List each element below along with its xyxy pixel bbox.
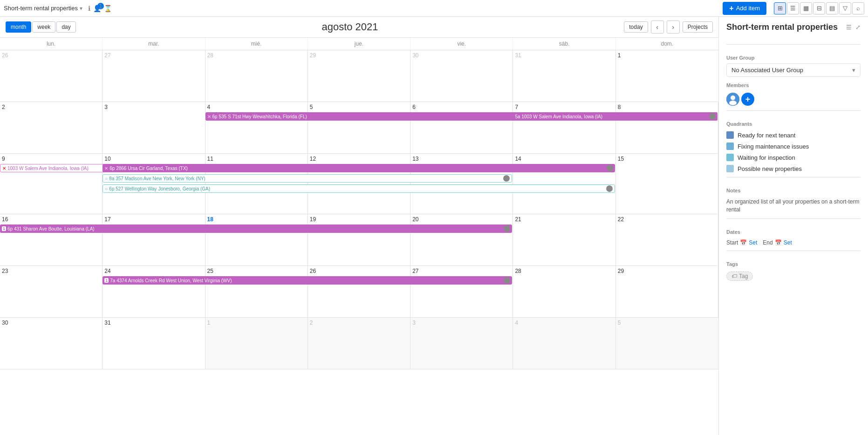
day-aug22[interactable]: 22 bbox=[616, 214, 718, 265]
event-nyc[interactable]: ○ 8a 357 Madison Ave New York, New York … bbox=[103, 174, 512, 183]
svg-point-1 bbox=[731, 95, 735, 100]
day-sep1[interactable]: 1 bbox=[205, 318, 308, 369]
event-avatar bbox=[503, 175, 510, 182]
day-aug2[interactable]: 2 bbox=[0, 102, 103, 153]
add-item-button[interactable]: + Add item bbox=[723, 2, 766, 15]
notes-label: Notes bbox=[726, 188, 861, 193]
event-label: 6p 431 Sharon Ave Boutte, Louisiana (LA) bbox=[7, 226, 95, 231]
divider-4 bbox=[726, 218, 861, 219]
day-aug17[interactable]: 17 bbox=[103, 214, 205, 265]
end-set-link[interactable]: Set bbox=[784, 239, 792, 246]
event-jonesboro[interactable]: ○ 6p 527 Wellington Way Jonesboro, Georg… bbox=[103, 184, 615, 193]
day-aug11[interactable]: 11 bbox=[205, 154, 308, 214]
day-aug19[interactable]: 19 bbox=[308, 214, 410, 265]
day-aug31[interactable]: 31 bbox=[103, 318, 205, 369]
kanban-view-button[interactable]: ⊟ bbox=[813, 2, 825, 14]
day-aug7[interactable]: 7 bbox=[513, 102, 615, 153]
day-aug20[interactable]: 20 bbox=[410, 214, 513, 265]
user-group-select[interactable]: No Associated User Group ▾ bbox=[726, 63, 861, 77]
day-aug6[interactable]: 6 bbox=[410, 102, 513, 153]
day-aug1[interactable]: 1 bbox=[616, 50, 718, 102]
day-header-5: sáb. bbox=[513, 38, 615, 50]
notification-badge: 1 bbox=[97, 3, 104, 9]
day-jul27[interactable]: 27 bbox=[103, 50, 205, 102]
day-aug5[interactable]: 5 bbox=[308, 102, 410, 153]
next-button[interactable]: › bbox=[667, 20, 680, 34]
title-chevron[interactable]: ▾ bbox=[80, 5, 82, 12]
event-iowa-w2[interactable]: 5a 1003 W Salem Ave Indianola, Iowa (IA) bbox=[513, 112, 718, 121]
divider-3 bbox=[726, 177, 861, 177]
table-view-button[interactable]: ▦ bbox=[800, 2, 812, 14]
day-jul31[interactable]: 31 bbox=[513, 50, 615, 102]
day-aug23[interactable]: 23 bbox=[0, 266, 103, 317]
day-sep5[interactable]: 5 bbox=[616, 318, 718, 369]
tags-label: Tags bbox=[726, 261, 861, 267]
day-aug26[interactable]: 26 bbox=[308, 266, 410, 317]
month-tab[interactable]: month bbox=[6, 21, 31, 33]
day-aug13[interactable]: 13 bbox=[410, 154, 513, 214]
filter-button[interactable]: ▽ bbox=[839, 2, 851, 14]
chevron-down-icon: ▾ bbox=[852, 67, 855, 74]
topbar: Short-term rental properties ▾ ℹ 👤 1 ⌛ +… bbox=[0, 0, 868, 17]
day-aug25[interactable]: 25 bbox=[205, 266, 308, 317]
prev-button[interactable]: ‹ bbox=[651, 20, 664, 34]
day-sep3[interactable]: 3 bbox=[410, 318, 513, 369]
dates-row: Start 📅 Set End 📅 Set bbox=[726, 239, 861, 246]
main-layout: month week day agosto 2021 today ‹ › Pro… bbox=[0, 17, 868, 435]
day-aug12[interactable]: 12 bbox=[308, 154, 410, 214]
day-jul28[interactable]: 28 bbox=[205, 50, 308, 102]
event-boutte[interactable]: 1 6p 431 Sharon Ave Boutte, Louisiana (L… bbox=[0, 224, 512, 233]
day-aug28[interactable]: 28 bbox=[513, 266, 615, 317]
calendar-view-button[interactable]: ▤ bbox=[826, 2, 838, 14]
add-member-button[interactable]: + bbox=[741, 93, 754, 106]
settings-icon[interactable]: ⌛ bbox=[104, 5, 112, 12]
grid-view-button[interactable]: ⊞ bbox=[774, 2, 786, 14]
day-sep2[interactable]: 2 bbox=[308, 318, 410, 369]
event-avatar bbox=[607, 165, 613, 171]
expand-icon[interactable]: ⤢ bbox=[855, 24, 861, 31]
search-button[interactable]: ⌕ bbox=[852, 2, 864, 14]
day-jul26[interactable]: 26 bbox=[0, 50, 103, 102]
day-aug30[interactable]: 30 bbox=[0, 318, 103, 369]
day-aug21[interactable]: 21 bbox=[513, 214, 615, 265]
day-sep4[interactable]: 4 bbox=[513, 318, 615, 369]
list-view-button[interactable]: ☰ bbox=[787, 2, 799, 14]
day-header-6: dom. bbox=[616, 38, 718, 50]
day-aug15[interactable]: 15 bbox=[616, 154, 718, 214]
calendar-start-icon: 📅 bbox=[740, 239, 747, 246]
notifications-icon[interactable]: 👤 1 bbox=[93, 5, 101, 12]
weeks-grid: 26 27 28 29 30 31 1 2 3 4 5 6 7 8 bbox=[0, 50, 718, 369]
week-row-5: 23 24 25 26 27 28 29 1 7a 4374 Arnolds C… bbox=[0, 266, 718, 318]
projects-button[interactable]: Projects bbox=[683, 21, 713, 33]
day-aug27[interactable]: 27 bbox=[410, 266, 513, 317]
day-aug16[interactable]: 16 bbox=[0, 214, 103, 265]
day-aug29[interactable]: 29 bbox=[616, 266, 718, 317]
day-tab[interactable]: day bbox=[56, 21, 75, 33]
add-tag-button[interactable]: 🏷 Tag bbox=[726, 272, 753, 281]
event-x-icon: ✕ bbox=[104, 166, 108, 171]
day-aug18[interactable]: 18 bbox=[205, 214, 308, 265]
event-label: 7a 4374 Arnolds Creek Rd West Union, Wes… bbox=[110, 278, 232, 283]
day-header-3: jue. bbox=[308, 38, 410, 50]
day-aug9[interactable]: 9 bbox=[0, 154, 103, 214]
day-jul30[interactable]: 30 bbox=[410, 50, 513, 102]
event-westunion[interactable]: 1 7a 4374 Arnolds Creek Rd West Union, W… bbox=[103, 276, 512, 285]
event-label: 1003 W Salem Ave Indianola, Iowa (IA) bbox=[7, 166, 89, 171]
notes-text: An organized list of all your properties… bbox=[726, 198, 861, 214]
info-icon[interactable]: ℹ bbox=[88, 5, 90, 12]
day-aug24[interactable]: 24 bbox=[103, 266, 205, 317]
day-aug8[interactable]: 8 bbox=[616, 102, 718, 153]
divider-5 bbox=[726, 251, 861, 251]
day-aug10[interactable]: 10 bbox=[103, 154, 205, 214]
day-aug14[interactable]: 14 bbox=[513, 154, 615, 214]
day-header-0: lun. bbox=[0, 38, 103, 50]
day-jul29[interactable]: 29 bbox=[308, 50, 410, 102]
start-set-link[interactable]: Set bbox=[749, 239, 757, 246]
event-garland[interactable]: ✕ 6p 2866 Ursa Cir Garland, Texas (TX) bbox=[103, 164, 615, 172]
today-button[interactable]: today bbox=[624, 21, 648, 33]
hamburger-icon[interactable]: ☰ bbox=[846, 24, 852, 31]
day-aug3[interactable]: 3 bbox=[103, 102, 205, 153]
day-aug4[interactable]: 4 bbox=[205, 102, 308, 153]
week-tab[interactable]: week bbox=[32, 21, 55, 33]
week-row-3: 9 10 11 12 13 14 15 ✕ 1003 W Salem Ave I… bbox=[0, 154, 718, 214]
